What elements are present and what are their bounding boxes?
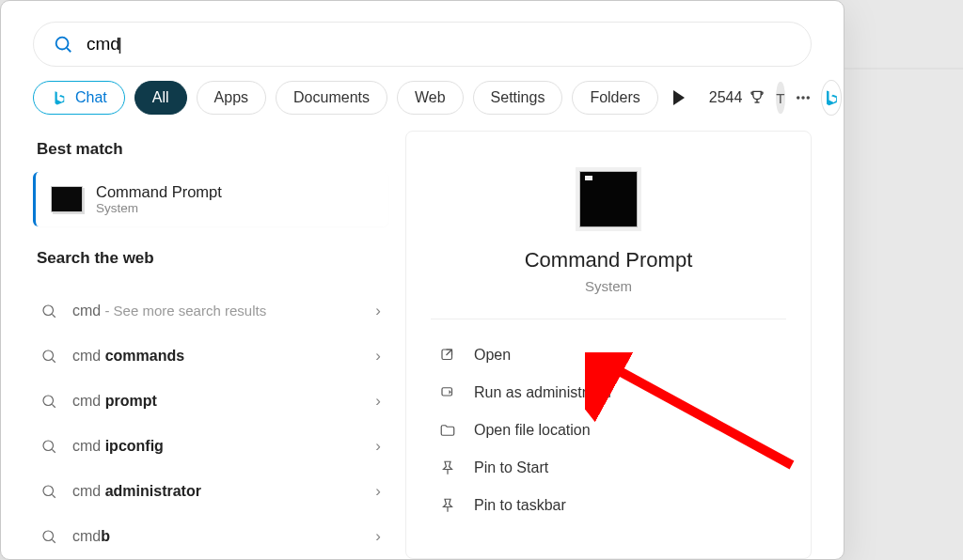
more-options-button[interactable] [795, 82, 812, 114]
svg-line-18 [52, 539, 55, 542]
filter-web[interactable]: Web [397, 81, 464, 115]
chevron-right-icon: › [375, 302, 381, 320]
open-icon [439, 347, 456, 364]
web-result[interactable]: cmd commands › [33, 334, 388, 379]
search-input-value: cmd [87, 34, 122, 54]
svg-line-8 [52, 314, 55, 317]
pin-icon [439, 459, 456, 476]
best-match-subtitle: System [96, 201, 222, 215]
filter-apps[interactable]: Apps [197, 81, 266, 115]
windows-search-panel: cmd Chat All Apps Documents Web Settings… [0, 0, 845, 560]
svg-point-17 [43, 531, 54, 541]
pin-icon [439, 497, 456, 514]
command-prompt-icon [51, 186, 83, 212]
chat-label: Chat [75, 89, 107, 106]
svg-point-0 [56, 38, 69, 50]
svg-line-16 [52, 494, 55, 497]
detail-title: Command Prompt [431, 248, 786, 272]
svg-line-20 [447, 350, 452, 355]
more-filters-button[interactable] [673, 90, 685, 105]
chat-pill[interactable]: Chat [33, 81, 125, 115]
svg-line-10 [52, 359, 55, 362]
action-run-admin-label: Run as administrator [474, 384, 613, 401]
search-box[interactable]: cmd [33, 22, 812, 67]
action-pin-start[interactable]: Pin to Start [431, 449, 786, 487]
user-avatar[interactable]: T [776, 82, 784, 114]
svg-point-4 [797, 97, 798, 99]
svg-point-6 [807, 97, 809, 99]
svg-point-13 [43, 441, 54, 451]
search-icon [40, 303, 57, 319]
filter-settings[interactable]: Settings [473, 81, 563, 115]
action-run-admin[interactable]: Run as administrator [431, 374, 786, 412]
filter-all-label: All [152, 89, 169, 106]
svg-point-9 [43, 350, 54, 361]
action-pin-start-label: Pin to Start [474, 459, 548, 476]
best-match-title: Command Prompt [96, 183, 222, 201]
svg-point-11 [43, 396, 54, 406]
ellipsis-icon [795, 89, 812, 106]
folder-icon [439, 422, 456, 439]
bing-button[interactable] [821, 80, 842, 116]
action-open-location-label: Open file location [474, 422, 591, 439]
search-icon [40, 483, 57, 500]
search-icon [53, 34, 73, 54]
svg-line-12 [52, 404, 55, 407]
filter-row: Chat All Apps Documents Web Settings Fol… [33, 80, 812, 116]
detail-panel: Command Prompt System Open Run as admini… [405, 131, 812, 559]
search-icon [40, 528, 57, 545]
filter-documents[interactable]: Documents [276, 81, 387, 115]
detail-subtitle: System [431, 278, 786, 294]
svg-point-15 [43, 486, 54, 496]
action-open-location[interactable]: Open file location [431, 412, 786, 449]
svg-line-1 [67, 48, 71, 52]
shield-icon [439, 384, 456, 401]
separator [431, 319, 786, 319]
search-icon [40, 393, 57, 410]
filter-all[interactable]: All [134, 81, 187, 115]
action-open[interactable]: Open [431, 336, 786, 374]
action-pin-taskbar-label: Pin to taskbar [474, 497, 566, 514]
web-result[interactable]: cmd prompt › [33, 379, 388, 424]
web-result[interactable]: cmd administrator › [33, 469, 388, 514]
filter-folders[interactable]: Folders [572, 81, 657, 115]
chevron-right-icon: › [375, 482, 381, 501]
search-icon [40, 438, 57, 455]
rewards-counter[interactable]: 2544 [709, 88, 767, 107]
svg-point-5 [801, 97, 803, 99]
svg-point-7 [43, 305, 54, 316]
search-icon [40, 348, 57, 365]
rewards-points: 2544 [709, 89, 743, 106]
action-pin-taskbar[interactable]: Pin to taskbar [431, 487, 786, 524]
search-web-heading: Search the web [33, 240, 388, 281]
trophy-icon [748, 88, 766, 107]
web-result[interactable]: cmd - See more search results › [33, 288, 388, 334]
command-prompt-hero-icon [579, 171, 638, 227]
chevron-right-icon: › [375, 527, 381, 546]
web-results-list: cmd - See more search results › cmd comm… [33, 288, 388, 559]
svg-line-14 [52, 449, 55, 452]
results-column: Best match Command Prompt System Search … [33, 131, 388, 559]
bing-icon [51, 89, 68, 106]
action-open-label: Open [474, 347, 511, 364]
best-match-heading: Best match [33, 131, 388, 172]
chevron-right-icon: › [375, 437, 381, 456]
bing-icon [822, 88, 841, 107]
chevron-right-icon: › [375, 347, 381, 366]
chevron-right-icon: › [375, 392, 381, 411]
best-match-result[interactable]: Command Prompt System [33, 172, 388, 226]
web-result[interactable]: cmdb › [33, 514, 388, 559]
web-result[interactable]: cmd ipconfig › [33, 424, 388, 469]
